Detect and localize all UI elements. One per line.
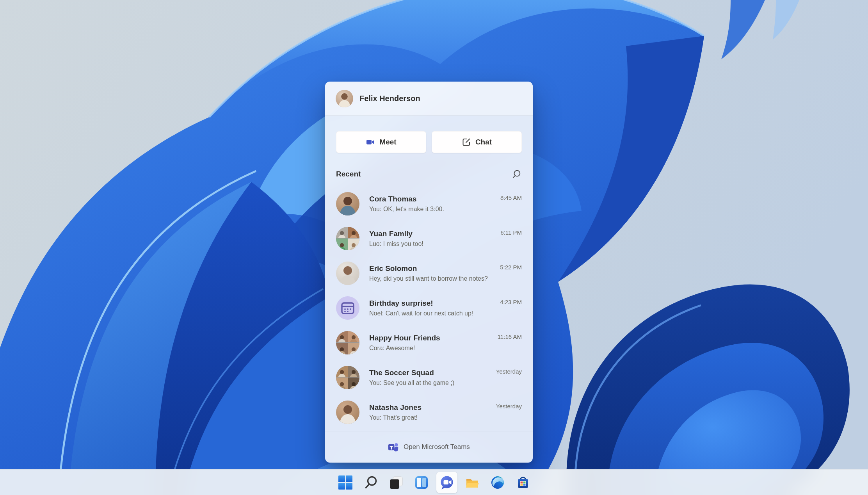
open-teams-button[interactable]: Open Microsoft Teams: [325, 431, 533, 463]
search-button[interactable]: [510, 168, 523, 180]
group-avatar-tile: [348, 343, 360, 354]
teams-chat-icon: [439, 475, 455, 490]
search-icon: [511, 169, 521, 179]
taskbar: [0, 469, 868, 495]
meet-button[interactable]: Meet: [336, 131, 426, 153]
open-teams-label: Open Microsoft Teams: [404, 443, 470, 451]
conversation-name: The Soccer Squad: [369, 368, 486, 377]
user-name: Felix Henderson: [359, 94, 420, 103]
conversation-name: Eric Solomon: [369, 264, 490, 273]
group-avatar-tile: [336, 331, 348, 343]
person-silhouette: [337, 368, 347, 377]
group-avatar-tile: [348, 331, 360, 343]
group-avatar-tile: [336, 227, 348, 239]
conversation-row[interactable]: Cora ThomasYou: OK, let's make it 3:00.8…: [325, 186, 533, 221]
person-silhouette: [337, 241, 347, 250]
person-silhouette: [336, 192, 359, 215]
conversation-name: Cora Thomas: [369, 194, 491, 204]
group-avatar-tile: [336, 239, 348, 250]
taskbar-item-task-view[interactable]: [386, 472, 407, 493]
conversation-text: Happy Hour FriendsCora: Awesome!: [369, 333, 488, 352]
conversation-avatar-group: [336, 227, 359, 250]
person-silhouette: [349, 229, 359, 238]
person-silhouette: [349, 345, 359, 354]
taskbar-item-start[interactable]: [335, 472, 356, 493]
conversation-message: You: OK, let's make it 3:00.: [369, 205, 491, 213]
conversation-text: Eric SolomonHey, did you still want to b…: [369, 264, 490, 283]
conversation-name: Happy Hour Friends: [369, 333, 488, 343]
conversation-message: You: See you all at the game ;): [369, 379, 486, 387]
calendar-icon: [336, 296, 359, 320]
person-silhouette: [336, 90, 353, 107]
taskbar-item-store[interactable]: [512, 472, 534, 493]
compose-icon: [462, 137, 471, 147]
conversation-time: 5:22 PM: [500, 264, 522, 271]
conversation-row[interactable]: Natasha JonesYou: That's great!Yesterday: [325, 395, 533, 429]
taskbar-item-file-explorer[interactable]: [462, 472, 483, 493]
edge-browser-icon: [490, 475, 505, 490]
chat-button[interactable]: Chat: [432, 131, 522, 153]
group-avatar-tile: [336, 343, 348, 354]
video-camera-icon: [366, 137, 375, 147]
flyout-actions: Meet Chat: [336, 131, 522, 153]
conversation-avatar: [336, 262, 359, 285]
person-silhouette: [337, 229, 347, 238]
search-icon: [363, 475, 379, 490]
taskbar-item-chat[interactable]: [436, 472, 457, 493]
conversation-avatar-group: [336, 366, 359, 389]
group-avatar-tile: [348, 239, 360, 250]
conversation-text: The Soccer SquadYou: See you all at the …: [369, 368, 486, 387]
group-avatar-tile: [336, 377, 348, 389]
conversation-time: 11:16 AM: [498, 333, 522, 340]
conversation-row[interactable]: Yuan FamilyLuo: I miss you too!6:11 PM: [325, 221, 533, 256]
conversation-time: 8:45 AM: [500, 194, 522, 201]
person-silhouette: [349, 368, 359, 377]
conversation-row[interactable]: The Soccer SquadYou: See you all at the …: [325, 360, 533, 395]
teams-logo-icon: [388, 442, 399, 452]
task-view-icon: [388, 475, 404, 490]
widgets-icon: [414, 475, 429, 490]
conversation-avatar: [336, 192, 359, 215]
chat-button-label: Chat: [475, 138, 492, 146]
recent-title: Recent: [336, 170, 361, 178]
conversation-avatar-group: [336, 331, 359, 354]
conversation-message: Cora: Awesome!: [369, 344, 488, 352]
group-avatar-tile: [348, 227, 360, 239]
person-silhouette: [336, 262, 359, 285]
recent-header: Recent: [336, 168, 523, 180]
conversation-row[interactable]: Birthday surprise!Noel: Can't wait for o…: [325, 290, 533, 325]
meet-button-label: Meet: [379, 138, 396, 146]
person-silhouette: [349, 333, 359, 342]
conversation-text: Cora ThomasYou: OK, let's make it 3:00.: [369, 194, 491, 213]
user-avatar[interactable]: [336, 90, 353, 107]
person-silhouette: [337, 333, 347, 342]
person-silhouette: [337, 345, 347, 354]
conversation-time: 4:23 PM: [500, 299, 522, 305]
conversation-message: Hey, did you still want to borrow the no…: [369, 275, 490, 283]
conversation-message: Luo: I miss you too!: [369, 240, 491, 248]
microsoft-store-icon: [515, 475, 531, 490]
desktop: Felix Henderson Meet Chat Recent: [0, 0, 868, 495]
conversation-list: Cora ThomasYou: OK, let's make it 3:00.8…: [325, 186, 533, 431]
conversation-text: Yuan FamilyLuo: I miss you too!: [369, 229, 491, 248]
conversation-text: Natasha JonesYou: That's great!: [369, 403, 486, 422]
conversation-message: Noel: Can't wait for our next catch up!: [369, 310, 490, 317]
conversation-time: Yesterday: [496, 368, 522, 375]
person-silhouette: [349, 380, 359, 389]
folder-icon: [464, 475, 480, 490]
person-silhouette: [336, 401, 359, 424]
conversation-name: Yuan Family: [369, 229, 491, 239]
conversation-row[interactable]: Eric SolomonHey, did you still want to b…: [325, 256, 533, 290]
group-avatar-tile: [348, 377, 360, 389]
conversation-name: Birthday surprise!: [369, 299, 490, 308]
conversation-time: 6:11 PM: [500, 229, 522, 236]
windows-logo-icon: [338, 475, 353, 490]
conversation-avatar: [336, 401, 359, 424]
person-silhouette: [349, 241, 359, 250]
taskbar-item-edge[interactable]: [487, 472, 508, 493]
taskbar-item-search[interactable]: [360, 472, 381, 493]
conversation-avatar-calendar: [336, 296, 359, 320]
conversation-row[interactable]: Happy Hour FriendsCora: Awesome!11:16 AM: [325, 325, 533, 360]
taskbar-item-widgets[interactable]: [411, 472, 432, 493]
conversation-text: Birthday surprise!Noel: Can't wait for o…: [369, 299, 490, 317]
